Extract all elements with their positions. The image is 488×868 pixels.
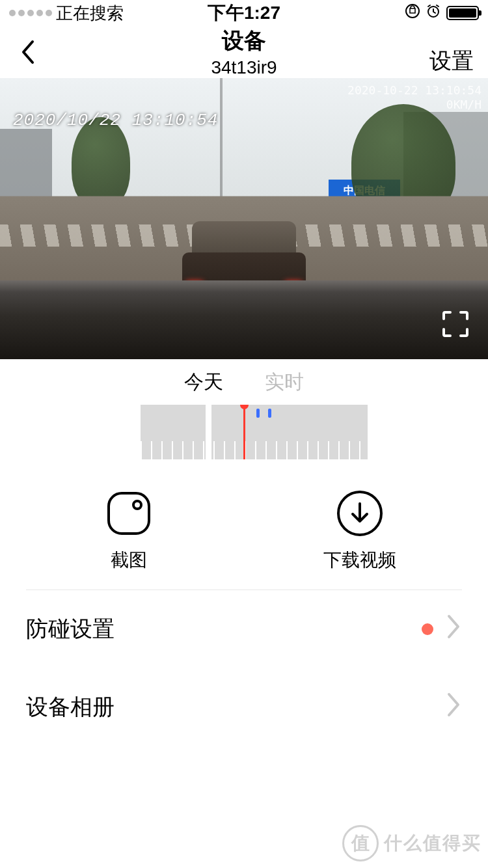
signal-dots-icon	[9, 10, 52, 16]
device-id: 34t13ir9	[211, 57, 277, 78]
page-title: 设备	[211, 26, 277, 56]
device-album-label: 设备相册	[26, 692, 115, 722]
video-corner-info: 2020-10-22 13:10:54 0KM/H	[347, 83, 481, 111]
timeline-event-marker	[256, 409, 260, 418]
watermark-text: 什么值得买	[384, 831, 481, 856]
video-preview[interactable]: 中国电信 2020/10/22 13:10:54 2020-10-22 13:1…	[0, 78, 488, 359]
back-button[interactable]	[14, 39, 40, 65]
watermark-badge-icon: 值	[342, 825, 379, 861]
timeline-event-marker	[268, 409, 271, 418]
chevron-right-icon	[445, 614, 462, 645]
nav-title: 设备 34t13ir9	[211, 26, 277, 78]
nav-bar: 设备 34t13ir9 设置	[0, 26, 488, 78]
download-video-button[interactable]: 下载视频	[262, 489, 457, 573]
orientation-lock-icon	[405, 3, 420, 23]
status-indicator-icon	[422, 623, 433, 635]
tab-realtime[interactable]: 实时	[265, 369, 304, 396]
fullscreen-button[interactable]	[441, 310, 470, 338]
video-timestamp: 2020/10/22 13:10:54	[13, 111, 218, 130]
screenshot-label: 截图	[111, 548, 147, 573]
chevron-right-icon	[445, 692, 462, 723]
screenshot-button[interactable]: 截图	[31, 489, 226, 573]
timeline-scrubber[interactable]	[0, 405, 488, 459]
status-time: 下午1:27	[208, 1, 280, 25]
tab-today[interactable]: 今天	[184, 369, 223, 396]
svg-point-3	[133, 501, 141, 509]
carrier-text: 正在搜索	[56, 2, 124, 25]
download-icon	[336, 489, 384, 537]
download-label: 下载视频	[323, 548, 396, 573]
screenshot-icon	[105, 489, 153, 537]
timeline-tabs: 今天 实时	[0, 359, 488, 405]
svg-point-0	[406, 5, 419, 18]
settings-button[interactable]: 设置	[429, 46, 474, 76]
status-left: 正在搜索	[9, 2, 124, 25]
status-right	[405, 3, 479, 23]
status-bar: 正在搜索 下午1:27	[0, 0, 488, 26]
watermark: 值 什么值得买	[342, 825, 481, 861]
collision-settings-label: 防碰设置	[26, 614, 115, 644]
timeline-playhead[interactable]	[243, 405, 245, 459]
alarm-icon	[426, 3, 441, 23]
collision-settings-row[interactable]: 防碰设置	[0, 590, 488, 668]
action-row: 截图 下载视频	[0, 472, 488, 590]
device-album-row[interactable]: 设备相册	[0, 668, 488, 746]
svg-rect-2	[109, 493, 149, 534]
battery-icon	[446, 6, 479, 20]
